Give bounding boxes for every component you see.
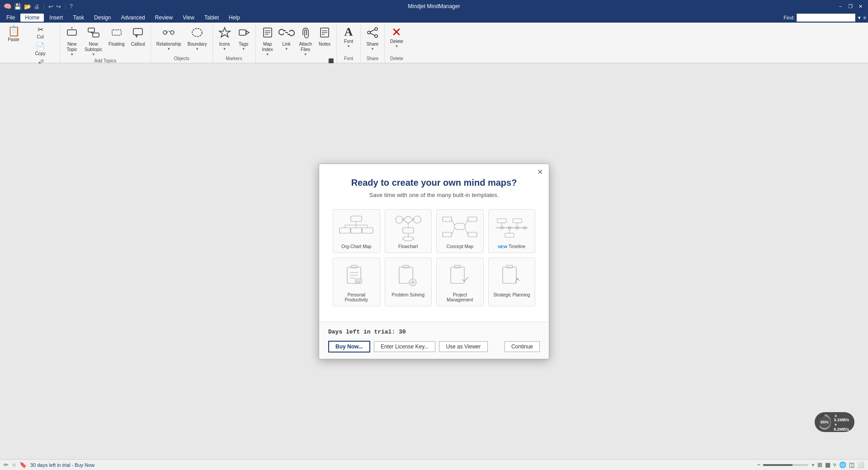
svg-rect-49 <box>468 217 477 221</box>
markers-items: Icons ▼ Tags ▼ <box>216 24 253 56</box>
delete-button[interactable]: ✕ Delete ▼ <box>387 24 406 50</box>
help-btn[interactable]: ? <box>70 3 73 9</box>
zoom-in-icon[interactable]: + <box>811 461 815 468</box>
template-concept-map[interactable]: Concept Map <box>436 209 484 253</box>
separator2: | <box>65 3 66 9</box>
link-icon <box>280 26 293 41</box>
dialog-footer: Days left in trial: 30 Buy Now... Enter … <box>319 322 549 359</box>
menu-advanced[interactable]: Advanced <box>116 14 149 22</box>
quick-save[interactable]: 💾 <box>14 3 21 10</box>
filter-icon[interactable]: ▿ <box>833 461 836 468</box>
svg-point-25 <box>368 31 370 34</box>
topic-elements-items: MapIndex ▼ Link ▼ AttachFiles ▼ <box>259 24 334 58</box>
menu-task[interactable]: Task <box>68 14 89 22</box>
svg-rect-81 <box>454 265 461 268</box>
ribbon-group-share: Share ▼ Share <box>361 24 385 63</box>
template-problem-solving[interactable]: Problem Solving <box>385 258 432 306</box>
ribbon-group-add-topics: NewTopic ▼ NewSubtopic ▼ Floating <box>60 24 151 63</box>
upload-value: 3.1 <box>834 418 840 422</box>
quick-open[interactable]: 📂 <box>24 3 31 10</box>
attach-files-button[interactable]: AttachFiles ▼ <box>297 24 315 58</box>
link-label: Link <box>282 42 290 47</box>
paste-label: Paste <box>8 37 19 42</box>
redo[interactable]: ↪ <box>56 3 61 10</box>
zoom-out-icon[interactable]: − <box>757 461 761 468</box>
minimize-btn[interactable]: − <box>836 2 844 10</box>
layout-icon1[interactable]: ⊞ <box>817 461 822 468</box>
svg-rect-36 <box>351 228 362 233</box>
copy-icon: 📄 <box>36 42 45 51</box>
share-button[interactable]: Share ▼ <box>363 24 382 53</box>
font-button[interactable]: A Font ▼ <box>340 24 358 50</box>
svg-rect-13 <box>239 30 246 35</box>
svg-point-10 <box>170 31 174 34</box>
zoom-bar[interactable] <box>763 464 808 466</box>
paste-button[interactable]: 📋 Paste <box>5 24 23 44</box>
buy-now-button[interactable]: Buy Now... <box>328 341 370 352</box>
menu-help[interactable]: Help <box>224 14 245 22</box>
org-chart-icon <box>338 214 374 241</box>
concept-map-label: Concept Map <box>440 244 480 249</box>
menu-insert[interactable]: Insert <box>45 14 67 22</box>
icons-button[interactable]: Icons ▼ <box>216 24 234 53</box>
link-arrow: ▼ <box>285 47 288 51</box>
new-topic-arrow: ▼ <box>70 52 74 56</box>
icons-icon <box>218 26 231 41</box>
menu-home[interactable]: Home <box>20 14 44 22</box>
personal-productivity-icon <box>338 263 374 290</box>
callout-button[interactable]: Callout <box>128 24 148 49</box>
continue-button[interactable]: Continue <box>505 341 540 352</box>
new-topic-icon <box>66 26 78 41</box>
template-timeline[interactable]: NEW Timeline <box>488 209 536 253</box>
template-strategic-planning[interactable]: Strategic Planning <box>488 258 536 306</box>
statusbar: ✏ ○ 🔖 30 days left in trial - Buy Now − … <box>0 459 868 470</box>
globe-icon[interactable]: 🌐 <box>839 461 846 468</box>
svg-rect-37 <box>362 228 373 233</box>
close-btn[interactable]: ✕ <box>856 2 864 10</box>
boundary-button[interactable]: Boundary ▼ <box>185 24 210 53</box>
cut-button[interactable]: ✂ Cut <box>24 24 57 40</box>
menu-file[interactable]: File <box>2 14 19 22</box>
enter-license-button[interactable]: Enter License Key... <box>374 341 436 352</box>
find-options[interactable]: ≡ <box>863 15 866 20</box>
copy-button[interactable]: 📄 Copy <box>24 41 57 57</box>
use-as-viewer-button[interactable]: Use as Viewer <box>439 341 487 352</box>
trial-notice[interactable]: 30 days left in trial - Buy Now <box>30 462 94 468</box>
view-mode1[interactable]: ◫ <box>849 461 854 468</box>
topic-elements-expand[interactable]: ⬛ <box>328 58 334 63</box>
delete-label: Delete <box>390 39 403 44</box>
find-input[interactable] <box>797 14 855 22</box>
dialog-close-button[interactable]: ✕ <box>535 168 544 177</box>
problem-solving-label: Problem Solving <box>389 292 428 297</box>
floating-button[interactable]: Floating <box>106 24 127 49</box>
svg-line-55 <box>465 229 468 235</box>
menu-design[interactable]: Design <box>90 14 115 22</box>
relationship-button[interactable]: Relationship ▼ <box>154 24 184 53</box>
template-project-management[interactable]: Project Management <box>436 258 484 306</box>
link-button[interactable]: Link ▼ <box>278 24 296 53</box>
template-flowchart[interactable]: Flowchart <box>385 209 432 253</box>
menu-view[interactable]: View <box>178 14 199 22</box>
layout-icon2[interactable]: ▦ <box>825 461 830 468</box>
new-subtopic-label: NewSubtopic <box>85 42 102 52</box>
timeline-icon <box>494 214 530 241</box>
view-mode2[interactable]: ⬜ <box>857 461 864 468</box>
tags-button[interactable]: Tags ▼ <box>235 24 253 53</box>
svg-rect-6 <box>112 30 121 35</box>
ribbon-group-topic-elements: MapIndex ▼ Link ▼ AttachFiles ▼ <box>256 24 337 63</box>
svg-point-11 <box>192 28 202 37</box>
svg-rect-66 <box>513 219 522 223</box>
template-org-chart[interactable]: Org-Chart Map <box>333 209 380 253</box>
menu-tablet[interactable]: Tablet <box>200 14 223 22</box>
undo[interactable]: ↩ <box>48 3 53 10</box>
map-index-button[interactable]: MapIndex ▼ <box>259 24 277 58</box>
template-personal-productivity[interactable]: Personal Productivity <box>333 258 380 306</box>
menu-review[interactable]: Review <box>151 14 177 22</box>
find-dropdown[interactable]: ▼ <box>857 15 862 20</box>
quick-print[interactable]: 🖨 <box>34 3 40 10</box>
restore-btn[interactable]: ❐ <box>846 2 854 10</box>
new-topic-button[interactable]: NewTopic ▼ <box>63 24 81 58</box>
download-unit: MB/s <box>840 427 849 432</box>
new-subtopic-button[interactable]: NewSubtopic ▼ <box>82 24 105 58</box>
notes-button[interactable]: Notes <box>316 24 334 49</box>
